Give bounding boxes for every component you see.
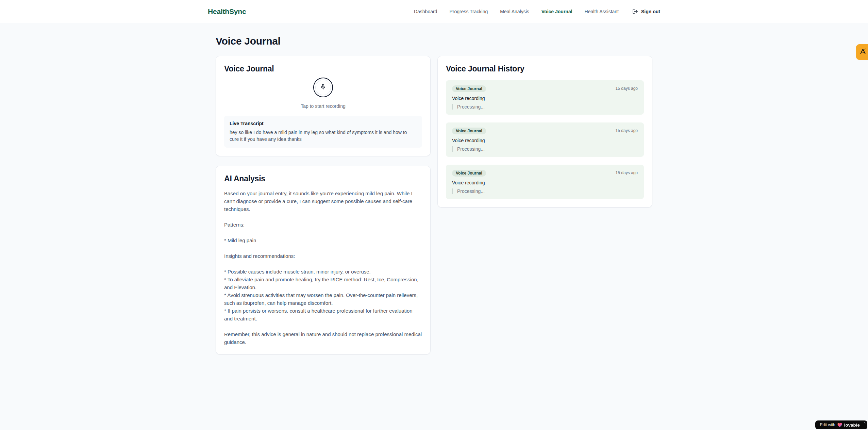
top-navbar: HealthSync Dashboard Progress Tracking M… (0, 0, 868, 23)
history-entry[interactable]: Voice Journal 15 days ago Voice recordin… (446, 122, 644, 157)
entry-type-badge: Voice Journal (452, 85, 486, 92)
main-nav: Dashboard Progress Tracking Meal Analysi… (414, 9, 660, 14)
lovable-brand-label: lovable (844, 423, 860, 428)
lovable-prefix-label: Edit with (820, 423, 835, 427)
recorder-card-title: Voice Journal (224, 64, 422, 73)
nav-progress-tracking[interactable]: Progress Tracking (449, 9, 488, 14)
edit-with-lovable-badge[interactable]: Edit with lovable × (815, 420, 867, 429)
entry-timestamp: 15 days ago (616, 170, 638, 175)
entry-processing-status: Processing... (452, 146, 638, 152)
entry-timestamp: 15 days ago (616, 85, 638, 91)
sign-out-button[interactable]: Sign out (632, 9, 660, 14)
app-logo[interactable]: HealthSync (208, 7, 246, 16)
nav-dashboard[interactable]: Dashboard (414, 9, 437, 14)
entry-type-badge: Voice Journal (452, 128, 486, 134)
entry-type-badge: Voice Journal (452, 170, 486, 177)
entry-processing-status: Processing... (452, 188, 638, 194)
history-card-title: Voice Journal History (446, 64, 644, 73)
main-content: Voice Journal Voice Journal (216, 23, 652, 354)
voice-recorder-card: Voice Journal Tap to start recording (216, 56, 431, 156)
ai-analysis-title: AI Analysis (224, 174, 422, 183)
history-entry[interactable]: Voice Journal 15 days ago Voice recordin… (446, 80, 644, 115)
close-icon[interactable]: × (864, 421, 866, 425)
nav-meal-analysis[interactable]: Meal Analysis (500, 9, 529, 14)
page-title: Voice Journal (216, 35, 652, 47)
entry-label: Voice recording (452, 180, 638, 185)
ai-analysis-card: AI Analysis Based on your journal entry,… (216, 166, 431, 354)
live-transcript-label: Live Transcript (230, 121, 417, 126)
microphone-icon (320, 84, 326, 91)
gradient-heart-icon (837, 423, 842, 427)
entry-label: Voice recording (452, 96, 638, 101)
record-button[interactable] (313, 78, 333, 97)
voice-journal-history-card: Voice Journal History Voice Journal 15 d… (437, 56, 652, 208)
live-transcript-text: hey so like I do have a mild pain in my … (230, 129, 417, 143)
history-list: Voice Journal 15 days ago Voice recordin… (446, 80, 644, 199)
side-brand-badge[interactable] (856, 44, 868, 60)
live-transcript-box: Live Transcript hey so like I do have a … (224, 116, 422, 148)
nav-health-assistant[interactable]: Health Assistant (585, 9, 619, 14)
entry-label: Voice recording (452, 138, 638, 143)
log-out-icon (632, 9, 638, 14)
sign-out-label: Sign out (641, 9, 660, 14)
lambda-logo-icon (859, 48, 867, 56)
entry-processing-status: Processing... (452, 104, 638, 110)
entry-timestamp: 15 days ago (616, 128, 638, 133)
tap-to-record-hint: Tap to start recording (301, 103, 346, 109)
history-entry[interactable]: Voice Journal 15 days ago Voice recordin… (446, 165, 644, 199)
nav-voice-journal[interactable]: Voice Journal (541, 9, 572, 14)
ai-analysis-body: Based on your journal entry, it sounds l… (224, 189, 422, 346)
